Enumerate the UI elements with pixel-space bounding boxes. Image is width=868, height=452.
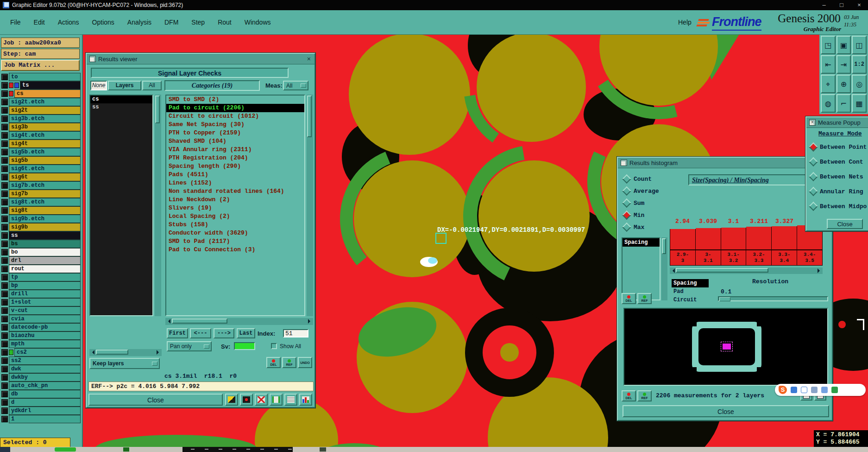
layer-row[interactable]: bo	[0, 248, 82, 256]
slider-thumb[interactable]	[719, 297, 730, 301]
menu-dfm[interactable]: DFM	[158, 10, 185, 34]
layer-checkbox-icon[interactable]	[1, 107, 8, 114]
menu-rout[interactable]: Rout	[211, 10, 238, 34]
layer-row[interactable]: bp	[0, 281, 82, 290]
layer-checkbox-icon[interactable]	[1, 249, 8, 255]
layer-row[interactable]: biaozhu	[0, 331, 82, 340]
taskbar-item[interactable]	[320, 447, 326, 452]
layer-row[interactable]: mpth	[0, 340, 82, 348]
measure-mode-option[interactable]: Between Nets	[810, 172, 863, 181]
layer-row[interactable]: cs	[0, 89, 82, 98]
first-button[interactable]: First	[167, 328, 188, 338]
fit-window-icon[interactable]: ◳	[821, 36, 836, 54]
sogou-logo-icon[interactable]: S	[779, 386, 787, 394]
split-view-icon[interactable]: ◫	[852, 36, 867, 54]
category-item[interactable]: PTH to Copper (2159)	[166, 129, 304, 137]
layer-row[interactable]: v-cut	[0, 306, 82, 315]
layer-checkbox-icon[interactable]	[1, 149, 8, 155]
layer-checkbox-icon[interactable]	[1, 257, 8, 264]
display-mode-icon[interactable]: ◍	[821, 94, 836, 113]
close-button[interactable]: ×	[850, 0, 868, 10]
layer-checkbox-icon[interactable]	[1, 191, 8, 197]
key-icon[interactable]: ⌐	[837, 94, 851, 113]
ime-punctuation-icon[interactable]	[801, 387, 807, 393]
popup-close-box-icon[interactable]: ×	[809, 119, 816, 126]
filter-all-button[interactable]: All	[142, 81, 162, 90]
show-all-checkbox[interactable]	[271, 343, 277, 349]
layer-row[interactable]: sig4t	[0, 140, 82, 148]
category-item[interactable]: Stubs (158)	[166, 221, 304, 229]
titlebar[interactable]: Graphic Editor 9.07b2 (00@HY-HYCAM-PC072…	[0, 0, 868, 10]
layer-checkbox-icon[interactable]	[1, 416, 8, 422]
highlight-result-button[interactable]	[240, 394, 253, 406]
layer-checkbox-icon[interactable]	[1, 357, 8, 364]
layer-checkbox-icon[interactable]	[1, 132, 8, 139]
layer-checkbox-icon[interactable]	[1, 74, 8, 80]
layer-checkbox-icon[interactable]	[1, 299, 8, 306]
layer-row[interactable]: sig5b	[0, 156, 82, 165]
ime-language-icon[interactable]	[791, 387, 797, 393]
category-item[interactable]: Non standard rotated lines (164)	[166, 187, 304, 196]
histogram-close-button[interactable]: Close	[623, 405, 829, 417]
filter-none-button[interactable]: None	[90, 81, 107, 90]
layer-checkbox-icon[interactable]	[1, 124, 8, 130]
layer-row[interactable]: sig5b.etch	[0, 148, 82, 156]
category-item[interactable]: Pad to circuit (2206)	[166, 104, 304, 112]
filter-layers-button[interactable]: Layers	[108, 81, 141, 90]
layer-checkbox-icon[interactable]	[1, 349, 8, 356]
layer-checkbox-icon[interactable]	[1, 182, 8, 189]
screen-icon[interactable]: ▣	[837, 36, 851, 54]
viewer-layer-item[interactable]: cs	[90, 95, 152, 103]
dialog-close-icon[interactable]: ×	[306, 56, 312, 62]
layer-row[interactable]: dwk	[0, 365, 82, 373]
taskbar-item[interactable]	[182, 447, 293, 452]
layer-checkbox-icon[interactable]	[1, 366, 8, 372]
viewer-ref-button[interactable]: REF	[282, 357, 296, 368]
index-input[interactable]: 51	[283, 329, 308, 337]
layer-row[interactable]: sig6t	[0, 173, 82, 181]
layer-list-scrollbar[interactable]	[155, 95, 161, 316]
layer-row[interactable]: cs2	[0, 348, 82, 357]
layer-row[interactable]: sig3b	[0, 123, 82, 131]
report-button[interactable]	[284, 394, 297, 406]
layer-row[interactable]: sig8t.etch	[0, 198, 82, 206]
layer-checkbox-icon[interactable]	[1, 174, 8, 180]
stat-option-count[interactable]: Count	[623, 174, 652, 184]
layer-row[interactable]: 1+slot	[0, 298, 82, 306]
chart-hscrollbar[interactable]	[670, 267, 823, 274]
layer-checkbox-icon[interactable]	[1, 166, 8, 172]
keep-layers-dropdown[interactable]: Keep layers	[89, 358, 160, 369]
layer-checkbox-icon[interactable]	[1, 90, 8, 97]
layer-row[interactable]: ss	[0, 231, 82, 240]
layer-hscrollbar[interactable]	[89, 349, 162, 356]
layer-checkbox-icon[interactable]	[1, 207, 8, 214]
delete-result-button[interactable]	[255, 394, 268, 406]
pan-mode-dropdown[interactable]: Pan only	[167, 341, 212, 351]
measure-mode-option[interactable]: Between Point	[810, 142, 867, 152]
layer-checkbox-icon[interactable]	[1, 274, 8, 280]
layer-row[interactable]: rout	[0, 265, 82, 273]
series-item[interactable]: Spacing	[623, 238, 660, 247]
category-item[interactable]: SMD to SMD (2)	[166, 95, 304, 104]
layer-checkbox-icon[interactable]	[1, 199, 8, 205]
stat-option-sum[interactable]: Sum	[623, 198, 644, 208]
layer-row[interactable]: sig2t.etch	[0, 98, 82, 106]
layer-checkbox-icon[interactable]	[1, 157, 8, 164]
histogram-ref-button[interactable]: REF	[637, 293, 652, 304]
layer-row[interactable]: to	[0, 73, 82, 81]
layer-checkbox-icon[interactable]	[1, 266, 8, 272]
measure-type-item[interactable]: Circuit	[672, 296, 709, 304]
resolution-slider[interactable]	[718, 296, 828, 301]
measure-close-button[interactable]: Close	[827, 219, 863, 229]
category-item[interactable]: Slivers (19)	[166, 204, 304, 212]
layer-row[interactable]: sig9b	[0, 223, 82, 231]
category-item[interactable]: Spacing length (290)	[166, 162, 304, 171]
menu-help[interactable]: Help	[678, 10, 692, 34]
category-item[interactable]: Same Net Spacing (30)	[166, 121, 304, 129]
next-button[interactable]: --->	[214, 328, 234, 338]
series-scrollbar[interactable]	[661, 237, 667, 300]
layer-checkbox-icon[interactable]	[1, 332, 8, 339]
layer-checkbox-icon[interactable]	[1, 391, 8, 397]
layer-row[interactable]: sig8t	[0, 206, 82, 215]
ime-settings-icon[interactable]	[831, 387, 838, 393]
